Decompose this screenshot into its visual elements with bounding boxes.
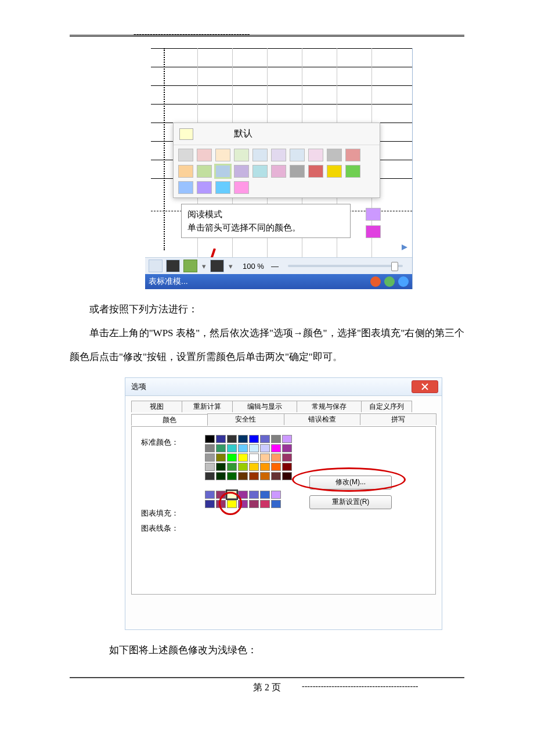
color-swatch[interactable] [205, 491, 215, 499]
color-swatch[interactable] [178, 149, 193, 161]
tab2-1[interactable]: 安全性 [207, 413, 284, 425]
color-swatch[interactable] [282, 444, 292, 452]
color-swatch[interactable] [282, 463, 292, 471]
color-swatch[interactable] [227, 491, 237, 499]
color-swatch[interactable] [227, 500, 237, 508]
color-swatch[interactable] [227, 444, 237, 452]
zoom-slider[interactable] [288, 265, 403, 267]
color-swatch[interactable] [249, 500, 259, 508]
color-swatch[interactable] [249, 463, 259, 471]
color-swatch[interactable] [205, 435, 215, 443]
color-swatch[interactable] [260, 444, 270, 452]
color-swatch[interactable] [249, 453, 259, 462]
default-color-row[interactable]: 默认 [174, 123, 380, 145]
scroll-right-icon[interactable] [400, 243, 409, 251]
color-swatch[interactable] [234, 165, 249, 178]
color-swatch[interactable] [260, 472, 270, 480]
color-swatch[interactable] [290, 165, 305, 178]
color-swatch[interactable] [327, 149, 342, 161]
color-swatch[interactable] [178, 165, 193, 178]
color-swatch[interactable] [234, 181, 249, 194]
color-swatch[interactable] [238, 472, 248, 480]
color-swatch[interactable] [205, 444, 215, 452]
color-swatch[interactable] [205, 463, 215, 471]
color-swatch[interactable] [271, 444, 281, 452]
color-swatch[interactable] [252, 165, 268, 178]
color-swatch[interactable] [282, 435, 292, 443]
color-swatch[interactable] [227, 472, 237, 480]
color-swatch[interactable] [308, 149, 323, 161]
color-swatch[interactable] [249, 435, 259, 443]
dropdown-arrow-icon[interactable]: ▾ [201, 262, 207, 271]
color-swatch[interactable] [282, 453, 292, 462]
color-swatch[interactable] [271, 491, 281, 499]
color-swatch[interactable] [234, 149, 249, 161]
color-swatch[interactable] [290, 149, 305, 161]
color-swatch[interactable] [249, 444, 259, 452]
close-button[interactable] [412, 380, 438, 393]
color-swatch[interactable] [238, 491, 248, 499]
color-swatch[interactable] [205, 500, 215, 508]
color-swatch[interactable] [366, 208, 381, 221]
dropdown-arrow-icon[interactable]: ▾ [228, 262, 233, 271]
tab2-3[interactable]: 拼写 [360, 413, 436, 425]
reading-mode-button[interactable] [183, 260, 197, 272]
tab-1[interactable]: 重新计算 [182, 401, 233, 412]
color-swatch[interactable] [271, 149, 286, 161]
color-swatch[interactable] [271, 463, 281, 471]
color-swatch[interactable] [327, 165, 342, 178]
tab-4[interactable]: 自定义序列 [361, 401, 412, 412]
tab-2[interactable]: 编辑与显示 [232, 401, 297, 412]
color-swatch[interactable] [197, 149, 212, 161]
color-swatch[interactable] [238, 453, 248, 462]
view-page-button[interactable] [166, 260, 180, 272]
color-swatch[interactable] [260, 435, 270, 443]
color-swatch[interactable] [238, 444, 248, 452]
color-swatch[interactable] [238, 463, 248, 471]
color-swatch[interactable] [216, 472, 226, 480]
color-swatch[interactable] [260, 463, 270, 471]
color-swatch[interactable] [249, 472, 259, 480]
tray-icon[interactable] [398, 276, 409, 287]
color-swatch[interactable] [271, 472, 281, 480]
tab2-2[interactable]: 错误检查 [284, 413, 360, 425]
color-swatch[interactable] [252, 149, 268, 161]
color-swatch[interactable] [238, 435, 248, 443]
color-swatch[interactable] [282, 472, 292, 480]
color-swatch[interactable] [216, 444, 226, 452]
color-swatch[interactable] [215, 149, 230, 161]
color-swatch[interactable] [215, 165, 230, 178]
color-swatch[interactable] [227, 453, 237, 462]
color-swatch[interactable] [271, 165, 286, 178]
color-swatch[interactable] [271, 435, 281, 443]
color-swatch[interactable] [197, 181, 212, 194]
color-swatch[interactable] [216, 491, 226, 499]
color-swatch[interactable] [260, 491, 270, 499]
modify-button[interactable]: 修改(M)... [309, 476, 392, 489]
color-swatch[interactable] [178, 181, 193, 194]
color-swatch[interactable] [205, 453, 215, 462]
tab-3[interactable]: 常规与保存 [297, 401, 362, 412]
tab2-0[interactable]: 颜色 [131, 414, 208, 426]
color-swatch[interactable] [260, 500, 270, 508]
view-other-button[interactable] [210, 260, 224, 272]
default-swatch[interactable] [179, 128, 193, 140]
color-swatch[interactable] [345, 149, 360, 161]
color-swatch[interactable] [205, 472, 215, 480]
color-swatch[interactable] [216, 500, 226, 508]
color-swatch[interactable] [308, 165, 323, 178]
color-swatch[interactable] [260, 453, 270, 462]
color-swatch[interactable] [215, 181, 230, 194]
tray-icon[interactable] [370, 276, 381, 287]
color-swatch[interactable] [216, 435, 226, 443]
color-swatch[interactable] [227, 463, 237, 471]
color-swatch[interactable] [197, 165, 212, 178]
color-swatch[interactable] [216, 453, 226, 462]
color-swatch[interactable] [345, 165, 360, 178]
color-swatch[interactable] [227, 435, 237, 443]
color-swatch[interactable] [271, 500, 281, 508]
view-normal-button[interactable] [149, 260, 163, 272]
zoom-thumb[interactable] [391, 262, 398, 271]
color-swatch[interactable] [366, 225, 381, 238]
reset-button[interactable]: 重新设置(R) [309, 495, 392, 509]
